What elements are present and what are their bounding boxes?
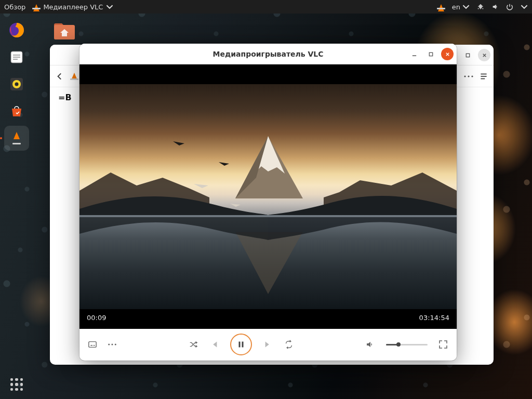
time-total: 03:14:54 bbox=[419, 314, 449, 322]
skip-previous-icon bbox=[209, 340, 219, 349]
lang-label: en bbox=[452, 3, 460, 11]
chevron-down-icon bbox=[462, 3, 470, 10]
volume-icon bbox=[365, 339, 376, 350]
svg-point-5 bbox=[15, 83, 19, 86]
bg-maximize-button[interactable] bbox=[461, 49, 474, 61]
vlc-cone-icon bbox=[70, 72, 79, 81]
network-icon[interactable] bbox=[477, 3, 484, 10]
vlc-cone-icon bbox=[9, 131, 24, 145]
skip-next-icon bbox=[263, 340, 273, 349]
vlc-controls bbox=[79, 329, 457, 360]
app-menu[interactable]: Медиаплеер VLC bbox=[30, 3, 116, 11]
vlc-minimize-button[interactable] bbox=[408, 48, 420, 60]
svg-point-14 bbox=[111, 343, 113, 345]
vlc-cone-icon bbox=[33, 3, 40, 10]
time-elapsed: 00:09 bbox=[87, 314, 106, 322]
dock-vlc[interactable] bbox=[4, 126, 29, 151]
dock-rhythmbox[interactable] bbox=[4, 72, 29, 97]
vlc-window: Медиапроигрыватель VLC bbox=[79, 44, 457, 361]
dock-software[interactable] bbox=[4, 99, 29, 124]
keyboard-lang-indicator[interactable]: en bbox=[452, 3, 470, 11]
svg-rect-12 bbox=[89, 342, 96, 348]
maximize-icon bbox=[428, 51, 434, 57]
speaker-icon bbox=[9, 76, 24, 92]
dock bbox=[0, 14, 33, 399]
svg-rect-17 bbox=[242, 342, 244, 348]
activities-button[interactable]: Обзор bbox=[4, 3, 25, 11]
text-editor-icon bbox=[9, 49, 24, 65]
bg-close-button[interactable] bbox=[478, 49, 490, 61]
fullscreen-icon bbox=[438, 339, 448, 350]
chevron-down-icon[interactable] bbox=[521, 3, 528, 10]
home-folder-desktop-icon[interactable] bbox=[52, 19, 77, 42]
dock-firefox[interactable] bbox=[4, 18, 29, 43]
svg-rect-6 bbox=[466, 54, 469, 57]
svg-point-8 bbox=[468, 75, 469, 77]
vlc-titlebar[interactable]: Медиапроигрыватель VLC bbox=[79, 44, 457, 64]
svg-point-9 bbox=[471, 75, 473, 77]
fullscreen-button[interactable] bbox=[438, 339, 448, 350]
subtitle-track-button[interactable] bbox=[88, 340, 97, 349]
volume-button[interactable] bbox=[365, 339, 376, 350]
dock-text-editor[interactable] bbox=[4, 45, 29, 70]
power-icon[interactable] bbox=[506, 3, 513, 10]
shuffle-icon bbox=[189, 340, 198, 349]
more-options-button[interactable] bbox=[108, 340, 117, 349]
svg-point-15 bbox=[115, 343, 116, 345]
vlc-close-button[interactable] bbox=[441, 48, 454, 60]
loop-icon bbox=[284, 340, 294, 349]
play-pause-button[interactable] bbox=[230, 334, 252, 355]
next-button[interactable] bbox=[263, 340, 273, 349]
loop-button[interactable] bbox=[284, 340, 294, 349]
pause-icon bbox=[237, 341, 245, 348]
vlc-window-title: Медиапроигрыватель VLC bbox=[212, 50, 323, 58]
show-applications-button[interactable] bbox=[7, 375, 26, 394]
video-frame[interactable]: 00:09 03:14:54 bbox=[79, 64, 457, 329]
minimize-icon bbox=[411, 51, 417, 57]
movie-scene bbox=[79, 84, 457, 309]
vlc-tray-icon[interactable] bbox=[437, 3, 445, 10]
svg-point-13 bbox=[108, 343, 110, 345]
folder-home-icon bbox=[52, 19, 77, 42]
vlc-maximize-button[interactable] bbox=[424, 48, 437, 60]
volume-knob[interactable] bbox=[396, 342, 401, 347]
svg-point-7 bbox=[464, 75, 466, 77]
volume-icon[interactable] bbox=[491, 3, 499, 10]
gnome-topbar: Обзор Медиаплеер VLC en bbox=[0, 0, 532, 14]
svg-rect-16 bbox=[239, 342, 241, 348]
volume-slider[interactable] bbox=[386, 344, 428, 345]
bookmark-list-icon[interactable] bbox=[479, 72, 488, 81]
app-menu-label: Медиаплеер VLC bbox=[43, 3, 103, 11]
shuffle-button[interactable] bbox=[189, 340, 198, 349]
maximize-icon bbox=[465, 52, 471, 58]
chevron-down-icon bbox=[106, 3, 113, 10]
firefox-icon bbox=[8, 21, 25, 39]
svg-rect-10 bbox=[429, 52, 432, 56]
close-icon bbox=[482, 52, 487, 58]
kebab-horizontal-icon[interactable] bbox=[463, 73, 474, 80]
close-icon bbox=[445, 51, 450, 57]
shopping-bag-icon bbox=[9, 103, 24, 119]
back-arrow-icon[interactable] bbox=[55, 72, 64, 81]
previous-button[interactable] bbox=[209, 340, 219, 349]
editor-text-fragment: =В bbox=[58, 92, 72, 102]
